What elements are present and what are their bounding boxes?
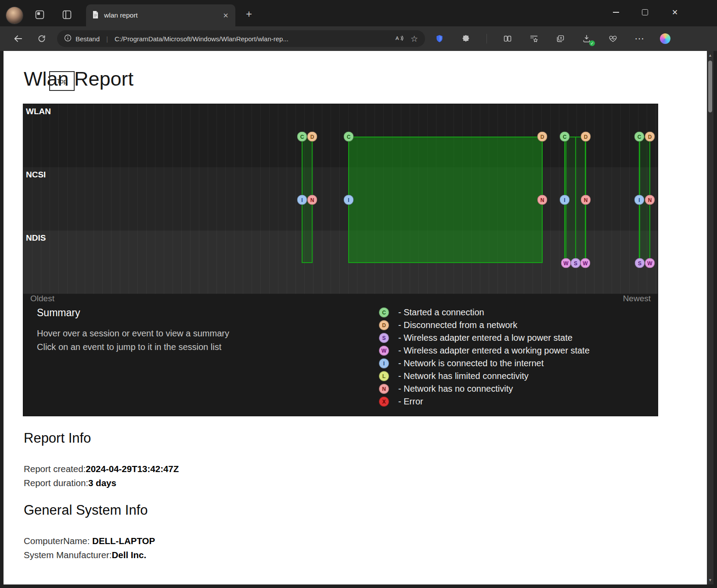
manufacturer-label: System Manufacturer: — [24, 550, 112, 560]
collections-icon[interactable] — [555, 33, 566, 44]
report-created-value: 2024-04-29T13:42:47Z — [86, 464, 179, 474]
window-maximize-button[interactable] — [637, 0, 653, 25]
event-marker-N[interactable]: N — [537, 195, 548, 205]
report-created-label: Report created: — [24, 464, 86, 474]
browser-window: wlan report × + ✕ Bestand | C:/ProgramDa… — [0, 0, 717, 588]
browser-tab[interactable]: wlan report × — [86, 4, 235, 26]
report-duration-value: 3 days — [88, 478, 116, 488]
legend-label: - Wireless adapter entered a working pow… — [398, 346, 590, 356]
report-info-block: Report created:2024-04-29T13:42:47Z Repo… — [24, 462, 179, 490]
event-marker-N[interactable]: N — [645, 195, 655, 205]
event-marker-W[interactable]: W — [561, 258, 571, 268]
window-minimize-button[interactable] — [608, 0, 624, 25]
timeline-legend: C- Started a connectionD- Disconnected f… — [379, 306, 590, 408]
legend-row-L: L- Network has limited connectivity — [379, 370, 590, 382]
favorite-star-icon[interactable]: ☆ — [411, 34, 418, 44]
address-url[interactable]: C:/ProgramData/Microsoft/Windows/WlanRep… — [115, 35, 387, 43]
download-complete-badge: ✓ — [589, 40, 595, 46]
wlan-timeline-chart[interactable]: WLAN NCSI NDIS CDCDCDCDININININWSWSW Old… — [23, 104, 658, 416]
event-marker-I[interactable]: I — [297, 195, 307, 205]
system-info-heading: General System Info — [24, 502, 148, 518]
event-marker-I[interactable]: I — [634, 195, 645, 205]
event-marker-D[interactable]: D — [581, 132, 591, 142]
event-marker-D[interactable]: D — [307, 132, 317, 142]
favorites-icon[interactable] — [528, 33, 540, 44]
tab-close-icon[interactable]: × — [222, 11, 229, 20]
scrollbar-thumb[interactable] — [708, 61, 712, 112]
extension-icon[interactable] — [460, 33, 472, 44]
summary-heading: Summary — [37, 307, 229, 319]
event-marker-I[interactable]: I — [560, 195, 570, 205]
vertical-scrollbar[interactable]: ▲ ▼ — [707, 51, 713, 584]
event-marker-C[interactable]: C — [634, 132, 645, 142]
split-screen-icon[interactable] — [502, 33, 513, 44]
tab-actions-icon[interactable] — [61, 8, 73, 21]
legend-label: - Network is connected to the internet — [398, 358, 544, 368]
svg-text:A: A — [396, 35, 399, 41]
legend-row-I: I- Network is connected to the internet — [379, 357, 590, 370]
event-marker-W[interactable]: W — [645, 258, 655, 268]
summary-line-1: Hover over a session or event to view a … — [37, 327, 229, 340]
shield-extension-icon[interactable] — [434, 33, 445, 44]
back-button[interactable] — [12, 33, 24, 44]
legend-marker-S: S — [379, 333, 389, 343]
workspaces-icon[interactable] — [33, 8, 46, 21]
event-marker-I[interactable]: I — [344, 195, 354, 205]
event-marker-C[interactable]: C — [344, 132, 354, 142]
copilot-icon[interactable] — [660, 33, 670, 44]
event-marker-C[interactable]: C — [560, 132, 570, 142]
legend-row-W: W- Wireless adapter entered a working po… — [379, 344, 590, 357]
legend-label: - Network has no connectivity — [398, 384, 513, 394]
computer-name-value: DELL-LAPTOP — [92, 536, 155, 546]
scroll-down-icon[interactable]: ▼ — [707, 577, 713, 584]
read-aloud-icon[interactable]: A — [395, 34, 404, 44]
manufacturer-line: System Manufacturer:Dell Inc. — [24, 548, 155, 562]
legend-row-S: S- Wireless adapter entered a low power … — [379, 332, 590, 344]
downloads-icon[interactable]: ✓ — [581, 33, 592, 44]
new-tab-button[interactable]: + — [242, 7, 256, 21]
event-marker-D[interactable]: D — [537, 132, 548, 142]
computer-name-line: ComputerName: DELL-LAPTOP — [24, 534, 155, 548]
address-separator: | — [104, 35, 111, 43]
event-marker-S[interactable]: S — [571, 258, 581, 268]
settings-more-icon[interactable]: ⋯ — [634, 33, 645, 44]
computer-name-label: ComputerName: — [24, 536, 92, 546]
newest-label: Newest — [623, 294, 651, 303]
profile-avatar[interactable] — [6, 7, 23, 24]
legend-label: - Network has limited connectivity — [398, 371, 529, 381]
system-info-block: ComputerName: DELL-LAPTOP System Manufac… — [24, 534, 155, 562]
report-duration-label: Report duration: — [24, 478, 88, 488]
legend-row-C: C- Started a connection — [379, 306, 590, 319]
report-duration-line: Report duration:3 days — [24, 476, 179, 490]
event-marker-C[interactable]: C — [297, 132, 307, 142]
manufacturer-value: Dell Inc. — [112, 550, 147, 560]
site-info-icon[interactable] — [64, 34, 72, 43]
event-marker-W[interactable]: W — [580, 258, 591, 268]
event-marker-N[interactable]: N — [307, 195, 317, 205]
row-label-wlan: WLAN — [26, 107, 51, 116]
legend-label: - Error — [398, 397, 423, 407]
legend-marker-C: C — [379, 307, 389, 317]
file-badge: Bestand — [76, 35, 100, 43]
address-bar[interactable]: Bestand | C:/ProgramData/Microsoft/Windo… — [57, 30, 425, 47]
toolbar-extensions-area: ✓ ⋯ — [434, 33, 670, 44]
event-marker-N[interactable]: N — [581, 195, 591, 205]
report-info-heading: Report Info — [24, 430, 91, 446]
row-label-ncsi: NCSI — [26, 170, 46, 180]
legend-marker-X: X — [379, 397, 389, 407]
oldest-label: Oldest — [30, 294, 54, 303]
scroll-up-icon[interactable]: ▲ — [707, 52, 713, 59]
event-marker-D[interactable]: D — [645, 132, 655, 142]
event-marker-S[interactable]: S — [635, 258, 645, 268]
refresh-button[interactable] — [36, 33, 47, 44]
legend-row-X: X- Error — [379, 395, 590, 408]
legend-label: - Wireless adapter entered a low power s… — [398, 333, 573, 343]
page-content: Wlan Report Top WLAN NCSI NDIS CDCDCDCDI… — [4, 51, 707, 584]
session-bar[interactable] — [348, 137, 543, 263]
top-link[interactable]: Top — [49, 71, 75, 91]
legend-marker-W: W — [379, 346, 389, 356]
legend-marker-I: I — [379, 358, 389, 368]
window-close-button[interactable]: ✕ — [667, 0, 683, 25]
legend-row-D: D- Disconnected from a network — [379, 319, 590, 332]
browser-essentials-icon[interactable] — [607, 33, 619, 44]
